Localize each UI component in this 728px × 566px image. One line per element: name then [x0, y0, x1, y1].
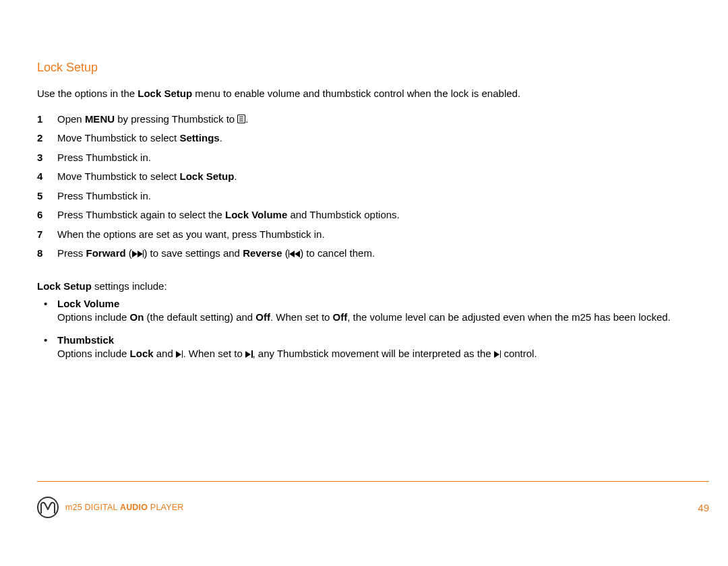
- step-text: Press Thumbstick in.: [57, 151, 151, 164]
- text-run: .: [220, 132, 222, 144]
- step-item: 7When the options are set as you want, p…: [37, 228, 709, 241]
- text-run: , any Thumbstick movement will be interp…: [253, 348, 494, 359]
- options-list: Lock VolumeOptions include On (the defau…: [37, 297, 709, 361]
- text-run: Press Thumbstick again to select the: [57, 209, 225, 220]
- step-text: Move Thumbstick to select Lock Setup.: [57, 170, 237, 183]
- text-run: Press Thumbstick in.: [57, 152, 151, 163]
- text-run: MENU: [85, 113, 115, 125]
- step-text: Move Thumbstick to select Settings.: [57, 131, 222, 145]
- page-footer: m25 DIGITAL AUDIO PLAYER 49: [37, 497, 709, 518]
- reverse-icon: [295, 251, 300, 257]
- footer-text-bold: AUDIO: [120, 503, 148, 512]
- text-run: Open: [57, 113, 85, 125]
- step-number: 6: [37, 208, 45, 222]
- text-run: (the default setting) and: [144, 311, 255, 323]
- text-run: ) to cancel them.: [300, 247, 375, 259]
- play-icon: [494, 351, 499, 358]
- text-run: On: [130, 311, 144, 323]
- option-title: Thumbstick: [57, 334, 709, 347]
- step-number: 1: [37, 113, 45, 126]
- text-run: (: [126, 247, 132, 259]
- step-item: 4Move Thumbstick to select Lock Setup.: [37, 170, 709, 183]
- option-body: Options include On (the default setting)…: [57, 311, 709, 324]
- step-item: 1Open MENU by pressing Thumbstick to .: [37, 113, 709, 126]
- text-run: Off: [333, 311, 348, 323]
- footer-rule: [37, 481, 709, 482]
- text-run: When the options are set as you want, pr…: [57, 228, 325, 240]
- intro-paragraph: Use the options in the Lock Setup menu t…: [37, 87, 709, 100]
- option-item: ThumbstickOptions include Lock and . Whe…: [37, 334, 709, 361]
- text-run: . When set to: [183, 348, 245, 359]
- text-run: control.: [501, 348, 537, 359]
- text-run: Move Thumbstick to select: [57, 132, 179, 144]
- step-number: 3: [37, 151, 45, 164]
- text-run: Settings: [179, 132, 219, 144]
- text-run: Move Thumbstick to select: [57, 170, 179, 182]
- intro-bold: Lock Setup: [138, 88, 192, 99]
- text-run: .: [245, 113, 248, 125]
- reverse-icon: [289, 251, 295, 257]
- text-run: Press: [57, 247, 86, 259]
- forward-icon: [138, 251, 143, 257]
- text-run: .: [234, 170, 237, 182]
- step-item: 5Press Thumbstick in.: [37, 189, 709, 203]
- page-number: 49: [698, 502, 709, 513]
- menu-icon: [237, 115, 245, 123]
- footer-text-pre: m25 DIGITAL: [65, 503, 120, 512]
- intro-post: menu to enable volume and thumbstick con…: [192, 88, 520, 99]
- text-run: (: [282, 247, 289, 259]
- option-title: Lock Volume: [57, 297, 709, 311]
- settings-intro: Lock Setup settings include:: [37, 280, 709, 292]
- text-run: Lock Volume: [225, 209, 287, 220]
- step-number: 2: [37, 131, 45, 145]
- step-item: 6Press Thumbstick again to select the Lo…: [37, 208, 709, 222]
- step-number: 4: [37, 170, 45, 183]
- text-run: . When set to: [270, 311, 333, 323]
- text-run: , the volume level can be adjusted even …: [347, 311, 670, 323]
- option-item: Lock VolumeOptions include On (the defau…: [37, 297, 709, 325]
- option-body: Options include Lock and . When set to ,…: [57, 347, 709, 360]
- section-heading: Lock Setup: [37, 61, 709, 75]
- text-run: Press Thumbstick in.: [57, 190, 151, 201]
- text-run: Off: [255, 311, 270, 323]
- text-run: Reverse: [243, 247, 282, 259]
- play-icon: [176, 351, 181, 358]
- footer-text-post: PLAYER: [148, 503, 183, 512]
- step-text: Press Thumbstick again to select the Loc…: [57, 208, 400, 222]
- step-list: 1Open MENU by pressing Thumbstick to .2M…: [37, 113, 709, 260]
- step-number: 8: [37, 247, 45, 260]
- settings-intro-bold: Lock Setup: [37, 280, 92, 292]
- text-run: by pressing Thumbstick to: [115, 113, 237, 125]
- step-text: When the options are set as you want, pr…: [57, 228, 325, 241]
- page-body: Lock Setup Use the options in the Lock S…: [37, 61, 709, 371]
- step-item: 2Move Thumbstick to select Settings.: [37, 131, 709, 145]
- text-run: ) to save settings and: [144, 247, 243, 259]
- text-run: and Thumbstick options.: [287, 209, 399, 220]
- step-text: Press Forward () to save settings and Re…: [57, 247, 375, 260]
- play-icon: [245, 351, 251, 358]
- text-run: Lock Setup: [179, 170, 234, 182]
- settings-intro-rest: settings include:: [92, 280, 167, 292]
- forward-icon: [132, 251, 138, 257]
- text-run: and: [154, 348, 176, 359]
- intro-pre: Use the options in the: [37, 88, 138, 99]
- text-run: Options include: [57, 311, 130, 323]
- step-item: 3Press Thumbstick in.: [37, 151, 709, 164]
- step-item: 8Press Forward () to save settings and R…: [37, 247, 709, 260]
- step-number: 7: [37, 228, 45, 241]
- step-number: 5: [37, 189, 45, 203]
- footer-text: m25 DIGITAL AUDIO PLAYER: [65, 503, 183, 512]
- text-run: Forward: [86, 247, 126, 259]
- text-run: Options include: [57, 348, 130, 359]
- text-run: Lock: [130, 348, 154, 359]
- step-text: Press Thumbstick in.: [57, 189, 151, 203]
- motorola-logo-icon: [37, 497, 59, 518]
- footer-left: m25 DIGITAL AUDIO PLAYER: [37, 497, 183, 518]
- step-text: Open MENU by pressing Thumbstick to .: [57, 113, 249, 126]
